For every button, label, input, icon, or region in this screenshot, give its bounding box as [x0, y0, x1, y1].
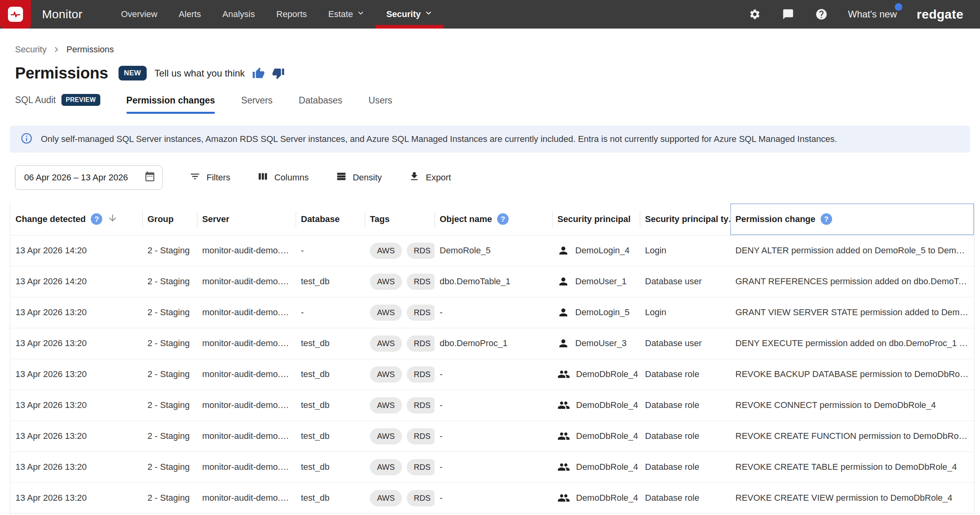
cell-security-principal: DemoDbRole_4	[552, 421, 640, 452]
export-button[interactable]: Export	[406, 170, 454, 185]
tag-pill: AWS	[370, 459, 402, 475]
tab-servers[interactable]: Servers	[241, 95, 272, 114]
cell-server: monitor-audit-demo.c…	[197, 235, 296, 266]
tag-pill: RDS	[407, 397, 434, 414]
cell-principal-type: Database role	[640, 421, 730, 452]
density-icon	[336, 171, 347, 184]
cell-server: monitor-audit-demo.c…	[197, 266, 296, 297]
table-row[interactable]: 13 Apr 2026 12:20 2 - Staging monitor-au…	[10, 513, 974, 515]
columns-button[interactable]: Columns	[255, 170, 311, 185]
column-header-security-principal[interactable]: Security principal	[552, 203, 640, 235]
column-header-security-principal-type[interactable]: Security principal ty…	[640, 203, 730, 235]
cell-security-principal: DemoLogin_2	[552, 513, 640, 515]
cell-security-principal: DemoDbRole_4	[552, 390, 640, 421]
tag-pill: RDS	[407, 428, 434, 444]
question-help-icon[interactable]: ?	[497, 213, 509, 225]
date-range-picker[interactable]: 06 Apr 2026 – 13 Apr 2026	[15, 165, 163, 190]
cell-server: monitor-audit-demo.c…	[197, 328, 296, 359]
top-navigation: Monitor Overview Alerts Analysis Reports…	[0, 0, 980, 29]
cell-group: 2 - Staging	[142, 482, 197, 513]
filters-button[interactable]: Filters	[187, 170, 233, 185]
cell-change-detected: 13 Apr 2026 14:20	[10, 235, 142, 266]
thumb-down-icon[interactable]	[272, 67, 285, 80]
column-header-database[interactable]: Database	[296, 203, 365, 235]
column-header-server[interactable]: Server	[197, 203, 296, 235]
columns-icon	[257, 171, 268, 184]
cell-tags: AWSRDS	[365, 421, 434, 452]
tag-pill: RDS	[407, 459, 434, 475]
tab-sql-audit[interactable]: SQL Audit PREVIEW	[15, 94, 100, 114]
cell-group: 2 - Staging	[142, 266, 197, 297]
column-header-tags[interactable]: Tags	[365, 203, 434, 235]
table-row[interactable]: 13 Apr 2026 13:20 2 - Staging monitor-au…	[10, 297, 974, 328]
tab-permission-changes[interactable]: Permission changes	[126, 95, 215, 114]
cell-server: monitor-audit-demo.c…	[197, 421, 296, 452]
table-body: 13 Apr 2026 14:20 2 - Staging monitor-au…	[10, 235, 974, 515]
cell-server: monitor-audit-demo.c…	[197, 452, 296, 482]
nav-item-analysis[interactable]: Analysis	[212, 0, 266, 29]
cell-database: test_db	[296, 359, 365, 390]
cell-tags: AWSRDS	[365, 359, 434, 390]
table-row[interactable]: 13 Apr 2026 13:20 2 - Staging monitor-au…	[10, 482, 974, 513]
breadcrumb-security[interactable]: Security	[15, 44, 46, 55]
tab-databases[interactable]: Databases	[299, 95, 343, 114]
nav-item-reports[interactable]: Reports	[266, 0, 318, 29]
question-help-icon[interactable]: ?	[821, 213, 832, 225]
column-header-permission-change[interactable]: Permission change ?	[730, 203, 974, 235]
nav-utilities: What's new redgate	[748, 7, 963, 22]
page-header: Permissions NEW Tell us what you think	[15, 64, 980, 82]
cell-object-name: dbo.DemoProc_1	[434, 328, 552, 359]
cell-change-detected: 13 Apr 2026 13:20	[10, 421, 142, 452]
cell-object-name: dbo.DemoTable_1	[434, 266, 552, 297]
table-header-row: Change detected ? Group Server Database …	[10, 203, 974, 235]
whats-new-link[interactable]: What's new	[848, 9, 897, 20]
cell-group: 2 - Staging	[142, 452, 197, 482]
tab-users[interactable]: Users	[369, 95, 392, 114]
table-row[interactable]: 13 Apr 2026 14:20 2 - Staging monitor-au…	[10, 235, 974, 266]
brand-title: Monitor	[42, 8, 82, 21]
sort-desc-icon[interactable]	[107, 213, 118, 226]
nav-item-estate[interactable]: Estate	[318, 0, 375, 29]
cell-group: 2 - Staging	[142, 421, 197, 452]
thumb-up-icon[interactable]	[252, 67, 265, 80]
cell-database: test_db	[296, 421, 365, 452]
chat-icon[interactable]	[781, 8, 795, 21]
nav-item-overview[interactable]: Overview	[110, 0, 168, 29]
banner-text: Only self-managed SQL Server instances, …	[41, 134, 837, 144]
cell-tags: AWSRDS	[365, 513, 434, 515]
table-row[interactable]: 13 Apr 2026 13:20 2 - Staging monitor-au…	[10, 390, 974, 421]
cell-group: 2 - Staging	[142, 235, 197, 266]
question-help-icon[interactable]: ?	[91, 213, 102, 225]
preview-badge: PREVIEW	[61, 94, 100, 106]
cell-permission-change: GRANT VIEW SERVER STATE permission added…	[730, 297, 974, 328]
table-row[interactable]: 13 Apr 2026 13:20 2 - Staging monitor-au…	[10, 421, 974, 452]
cell-principal-type: Database role	[640, 452, 730, 482]
table-row[interactable]: 13 Apr 2026 13:20 2 - Staging monitor-au…	[10, 328, 974, 359]
toolbar: 06 Apr 2026 – 13 Apr 2026 Filters Column…	[15, 165, 980, 190]
table-row[interactable]: 13 Apr 2026 13:20 2 - Staging monitor-au…	[10, 452, 974, 482]
cell-object-name: -	[434, 452, 552, 482]
user-group-icon	[557, 399, 570, 412]
nav-item-alerts[interactable]: Alerts	[168, 0, 212, 29]
column-header-group[interactable]: Group	[142, 203, 197, 235]
column-header-object-name[interactable]: Object name ?	[434, 203, 552, 235]
gear-icon[interactable]	[748, 8, 762, 21]
app-logo[interactable]	[0, 0, 31, 29]
feedback-group: Tell us what you think	[155, 67, 285, 80]
table-row[interactable]: 13 Apr 2026 13:20 2 - Staging monitor-au…	[10, 359, 974, 390]
export-icon	[409, 171, 420, 184]
density-button[interactable]: Density	[333, 170, 384, 185]
help-circle-icon[interactable]	[815, 8, 828, 21]
nav-item-security[interactable]: Security	[375, 0, 443, 29]
redgate-logo[interactable]: redgate	[917, 7, 963, 22]
permission-changes-table: Change detected ? Group Server Database …	[10, 203, 974, 515]
cell-group: 2 - Staging	[142, 328, 197, 359]
cell-tags: AWSRDS	[365, 328, 434, 359]
tag-pill: RDS	[407, 335, 434, 352]
cell-tags: AWSRDS	[365, 235, 434, 266]
table-row[interactable]: 13 Apr 2026 14:20 2 - Staging monitor-au…	[10, 266, 974, 297]
cell-tags: AWSRDS	[365, 452, 434, 482]
cell-group: 2 - Staging	[142, 359, 197, 390]
column-header-change-detected[interactable]: Change detected ?	[10, 203, 142, 235]
cell-object-name: -	[434, 421, 552, 452]
